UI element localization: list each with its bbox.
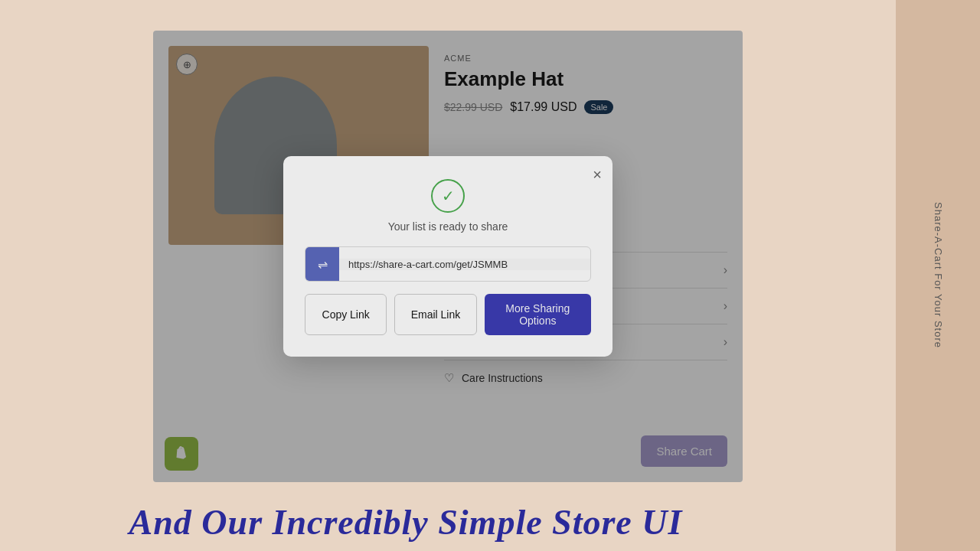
sidebar-text: Share-A-Cart For Your Store xyxy=(933,202,944,348)
browser-window: ⊕ ACME Example Hat $22.99 USD $17.99 USD… xyxy=(153,31,743,482)
share-modal: × ✓ Your list is ready to share ⇌ https:… xyxy=(283,156,612,357)
modal-buttons: Copy Link Email Link More Sharing Option… xyxy=(305,294,591,335)
bottom-tagline: And our incredibly simple Store UI xyxy=(0,494,812,551)
modal-close-button[interactable]: × xyxy=(593,167,602,182)
store-page: ⊕ ACME Example Hat $22.99 USD $17.99 USD… xyxy=(0,0,896,551)
main-area: ⊕ ACME Example Hat $22.99 USD $17.99 USD… xyxy=(0,0,896,551)
email-link-button[interactable]: Email Link xyxy=(394,294,476,335)
modal-success-message: Your list is ready to share xyxy=(305,220,591,233)
more-sharing-button[interactable]: More Sharing Options xyxy=(485,294,591,335)
url-row: ⇌ https://share-a-cart.com/get/JSMMB xyxy=(305,246,591,282)
modal-overlay: × ✓ Your list is ready to share ⇌ https:… xyxy=(153,31,743,482)
checkmark-icon: ✓ xyxy=(442,187,455,205)
share-url: https://share-a-cart.com/get/JSMMB xyxy=(339,259,590,270)
link-icon: ⇌ xyxy=(305,247,339,281)
tagline-text: And our incredibly simple Store UI xyxy=(129,502,683,543)
right-sidebar: Share-A-Cart For Your Store xyxy=(896,0,980,551)
success-icon: ✓ xyxy=(431,179,465,213)
copy-link-button[interactable]: Copy Link xyxy=(305,294,387,335)
